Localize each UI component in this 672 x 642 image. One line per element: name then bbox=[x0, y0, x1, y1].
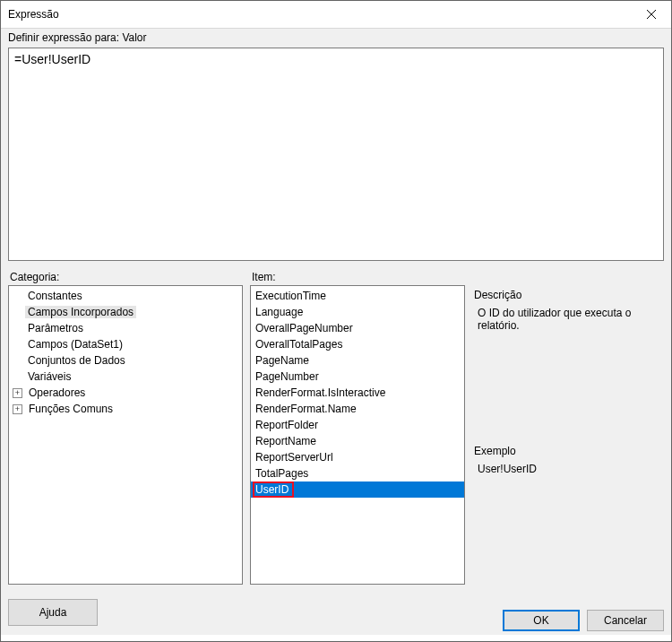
tree-connector bbox=[13, 320, 25, 336]
categoria-item[interactable]: Parâmetros bbox=[9, 320, 242, 336]
plus-icon[interactable]: + bbox=[13, 388, 22, 398]
tree-connector bbox=[13, 352, 25, 369]
categoria-item[interactable]: Variáveis bbox=[9, 369, 242, 385]
categoria-item[interactable]: Conjuntos de Dados bbox=[9, 352, 242, 369]
help-button[interactable]: Ajuda bbox=[8, 599, 98, 626]
item-list-item[interactable]: TotalPages bbox=[251, 465, 464, 482]
categoria-item-label: Constantes bbox=[25, 290, 85, 302]
item-list-item[interactable]: ReportServerUrl bbox=[251, 449, 464, 465]
categoria-item-label: Conjuntos de Dados bbox=[25, 354, 128, 367]
subheader-label: Definir expressão para: Valor bbox=[1, 28, 671, 48]
item-list-item[interactable]: ReportFolder bbox=[251, 417, 464, 433]
tree-connector bbox=[13, 369, 25, 385]
tree-connector bbox=[13, 336, 25, 352]
item-list-item[interactable]: OverallPageNumber bbox=[251, 320, 464, 336]
cancel-button[interactable]: Cancelar bbox=[587, 610, 664, 631]
titlebar: Expressão bbox=[1, 1, 671, 28]
item-list-item[interactable]: RenderFormat.Name bbox=[251, 401, 464, 417]
item-list-item[interactable]: PageNumber bbox=[251, 369, 464, 385]
tree-connector bbox=[13, 304, 25, 320]
item-list-item[interactable]: ExecutionTime bbox=[251, 288, 464, 304]
descricao-text: O ID do utilizador que executa o relatór… bbox=[472, 307, 664, 339]
item-list-item[interactable]: RenderFormat.IsInteractive bbox=[251, 385, 464, 401]
categoria-label: Categoria: bbox=[8, 269, 243, 285]
categoria-item-label: Parâmetros bbox=[25, 322, 86, 334]
categoria-item[interactable]: Constantes bbox=[9, 288, 242, 304]
categoria-item-label: Funções Comuns bbox=[26, 403, 116, 415]
item-list-item[interactable]: Language bbox=[251, 304, 464, 320]
categoria-item-label: Variáveis bbox=[25, 370, 73, 383]
highlight-box bbox=[253, 482, 294, 498]
item-list-item[interactable]: ReportName bbox=[251, 433, 464, 449]
item-list-item[interactable]: UserID bbox=[251, 482, 464, 498]
categoria-item-label: Campos Incorporados bbox=[25, 306, 136, 318]
window-title: Expressão bbox=[8, 8, 59, 21]
close-button[interactable] bbox=[631, 1, 671, 28]
tree-connector bbox=[13, 288, 25, 304]
expression-input[interactable] bbox=[8, 48, 664, 261]
close-icon bbox=[647, 10, 656, 19]
ok-button[interactable]: OK bbox=[503, 610, 580, 631]
descricao-label: Descrição bbox=[472, 285, 664, 307]
categoria-item-label: Operadores bbox=[26, 386, 88, 399]
exemplo-label: Exemplo bbox=[472, 441, 664, 463]
categoria-item-label: Campos (DataSet1) bbox=[25, 338, 125, 351]
item-list[interactable]: ExecutionTimeLanguageOverallPageNumberOv… bbox=[250, 285, 465, 585]
exemplo-text: User!UserID bbox=[472, 463, 664, 484]
categoria-tree[interactable]: ConstantesCampos IncorporadosParâmetrosC… bbox=[8, 285, 243, 585]
categoria-item[interactable]: +Operadores bbox=[9, 385, 242, 401]
item-list-item[interactable]: PageName bbox=[251, 352, 464, 369]
categoria-item[interactable]: Campos Incorporados bbox=[9, 304, 242, 320]
categoria-item[interactable]: +Funções Comuns bbox=[9, 401, 242, 417]
plus-icon[interactable]: + bbox=[13, 404, 22, 414]
exemplo-group: Exemplo User!UserID bbox=[472, 441, 664, 585]
descricao-group: Descrição O ID do utilizador que executa… bbox=[472, 285, 664, 441]
categoria-item[interactable]: Campos (DataSet1) bbox=[9, 336, 242, 352]
item-list-item[interactable]: OverallTotalPages bbox=[251, 336, 464, 352]
item-label: Item: bbox=[250, 269, 465, 285]
